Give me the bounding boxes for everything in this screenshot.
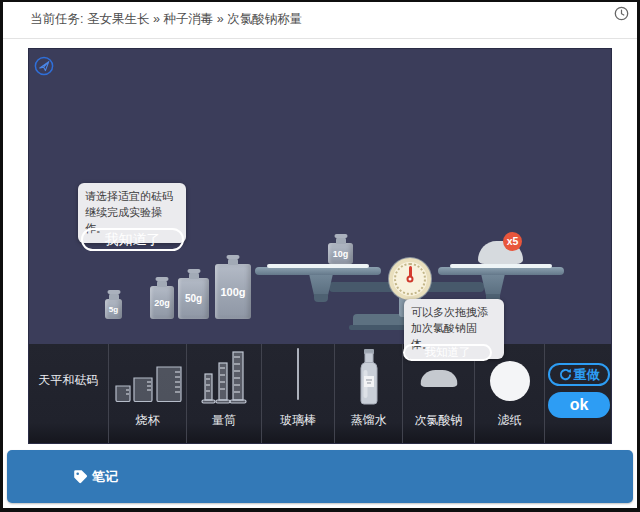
balance-dial	[389, 258, 431, 300]
dial-center	[407, 276, 414, 283]
experiment-canvas: 请选择适宜的砝码继续完成实验操作。 我知道了 5g 20g 50g 100g 1…	[28, 48, 612, 444]
apparatus-toolbar: 天平和砝码 烧杯	[29, 344, 612, 444]
toolbar-category-label: 天平和砝码	[29, 344, 108, 416]
beakers-icon	[113, 358, 183, 402]
right-pan-surface	[450, 264, 552, 268]
toolbar-item-label: 量筒	[187, 412, 261, 429]
toolbar-item-label: 蒸馏水	[335, 412, 402, 429]
send-plane-icon[interactable]	[34, 56, 54, 76]
toolbar-item-glass-rod[interactable]: 玻璃棒	[261, 344, 334, 444]
task-breadcrumb: 当前任务: 圣女果生长 » 种子消毒 » 次氯酸钠称量	[30, 0, 302, 39]
redo-button[interactable]: 重做	[548, 363, 610, 386]
ok-button[interactable]: ok	[548, 392, 610, 418]
task-bar: 当前任务: 圣女果生长 » 种子消毒 » 次氯酸钠称量	[0, 0, 640, 39]
weight-20g[interactable]: 20g	[150, 286, 174, 319]
glass-rod-icon	[297, 348, 299, 400]
weight-100g[interactable]: 100g	[215, 264, 251, 319]
left-pan-foot	[314, 294, 328, 302]
notes-label: 笔记	[92, 468, 118, 486]
toolbar-item-distilled-water[interactable]: 蒸馏水	[334, 344, 402, 444]
toolbar-actions-cell: 重做 ok	[544, 344, 612, 444]
timer-clock-icon[interactable]	[614, 6, 629, 21]
notes-bar[interactable]: 笔记	[7, 450, 633, 503]
cylinders-icon	[199, 350, 249, 406]
left-pan	[255, 267, 381, 275]
weight-50g[interactable]: 50g	[178, 278, 209, 319]
got-it-button-powder[interactable]: 我知道了	[403, 344, 492, 361]
app-window: 当前任务: 圣女果生长 » 种子消毒 » 次氯酸钠称量 请选择适宜的砝码继续完成…	[0, 0, 640, 512]
right-pan	[438, 267, 564, 275]
redo-label: 重做	[574, 366, 600, 384]
weight-5g[interactable]: 5g	[105, 299, 122, 319]
powder-mound-icon	[420, 370, 457, 387]
toolbar-item-label: 玻璃棒	[262, 412, 334, 429]
left-pan-surface	[267, 264, 369, 268]
toolbar-item-label: 滤纸	[475, 412, 544, 429]
toolbar-item-cylinder[interactable]: 量筒	[186, 344, 261, 444]
tag-icon	[73, 469, 88, 484]
bottle-icon	[354, 349, 384, 406]
toolbar-item-beaker[interactable]: 烧杯	[108, 344, 186, 444]
powder-count-badge: x5	[503, 232, 522, 251]
toolbar-item-label: 次氯酸钠	[403, 412, 474, 429]
weight-10g-on-pan[interactable]: 10g	[328, 243, 353, 264]
got-it-button-weights[interactable]: 我知道了	[81, 228, 184, 251]
toolbar-item-label: 烧杯	[109, 412, 186, 429]
filter-paper-icon	[490, 361, 530, 401]
redo-icon	[559, 368, 572, 381]
toolbar-category-cell: 天平和砝码	[29, 344, 108, 444]
